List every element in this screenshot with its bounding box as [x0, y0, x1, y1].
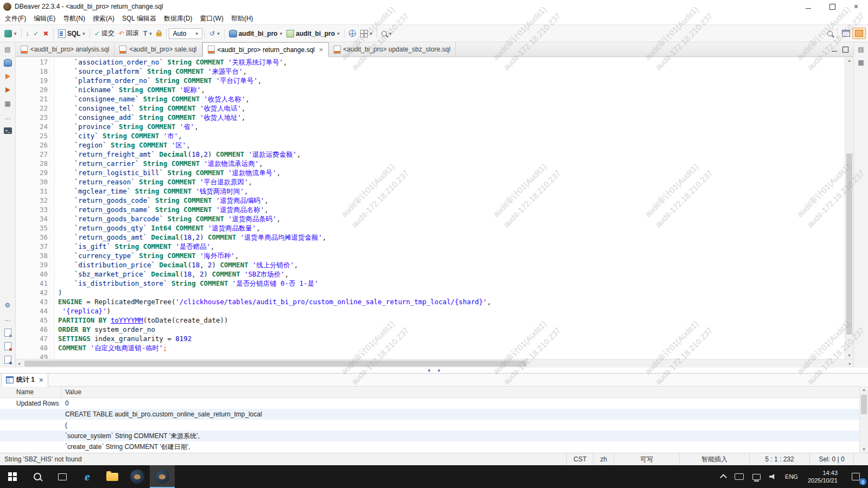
results-vertical-scrollbar[interactable]: ▴ ▾	[859, 386, 868, 453]
commit-changes-button[interactable]: ✓	[31, 29, 41, 38]
taskbar-clock[interactable]: 14:43 2025/10/21	[802, 465, 843, 488]
rollback-button[interactable]: ↶回滚	[117, 27, 141, 40]
lock-button[interactable]	[154, 29, 164, 38]
code-line[interactable]: COMMENT '自定义电商退销-临时';	[58, 343, 845, 352]
dbeaver-taskbar-button[interactable]	[125, 465, 150, 488]
toolbar-overflow-button[interactable]: …	[3, 112, 12, 122]
transaction-log-button[interactable]: T▾	[141, 28, 154, 39]
file-explorer-button[interactable]	[100, 465, 125, 488]
code-line[interactable]: `sbz_market_price` Decimal(18, 2) COMMEN…	[58, 269, 845, 279]
explain-plan-button[interactable]: ▦	[3, 99, 12, 108]
code-line[interactable]: `consignee_add` String COMMENT '收货人地址',	[58, 113, 845, 122]
maximize-view-icon[interactable]	[843, 47, 848, 53]
code-line[interactable]: `return_logistic_bill` String COMMENT '退…	[58, 168, 845, 177]
code-line[interactable]: `province` String COMMENT '省',	[58, 122, 845, 131]
restore-view-button[interactable]: ▤	[3, 44, 12, 54]
code-line[interactable]: `return_goods_qty` Int64 COMMENT '退货商品数量…	[58, 223, 845, 233]
panel-sash[interactable]: ▲ ▲	[0, 368, 868, 373]
server-output-button[interactable]	[3, 355, 12, 364]
output-log-button[interactable]	[3, 328, 12, 337]
touch-keyboard-button[interactable]	[730, 465, 748, 488]
code-line[interactable]: `distribution_price` Decimal(18, 2) COMM…	[58, 260, 845, 269]
code-line[interactable]: `return_reason` String COMMENT '平台退款原因',	[58, 177, 845, 187]
scroll-down-icon[interactable]: ▾	[845, 353, 853, 358]
code-line[interactable]: `return_goods_code` String COMMENT '退货商品…	[58, 196, 845, 205]
editor-horizontal-scrollbar[interactable]: ◂ ▸	[16, 359, 853, 368]
grid-view-button[interactable]: ▾	[358, 28, 375, 39]
result-row[interactable]: `source_system` String COMMENT '来源系统',	[0, 431, 868, 441]
new-connection-button[interactable]: ▾	[2, 28, 19, 39]
taskbar-search-button[interactable]	[25, 465, 50, 488]
code-line[interactable]: `mgclear_time` String COMMENT '钱货两清时间',	[58, 187, 845, 196]
menu-item[interactable]: 数据库(D)	[160, 13, 196, 24]
outline-view-button[interactable]: ▤	[856, 44, 866, 54]
database-selector[interactable]: audit_bi_pro▾	[227, 28, 285, 39]
execute-script-button[interactable]	[3, 85, 12, 95]
menu-item[interactable]: 导航(N)	[59, 13, 89, 24]
sql-editor-button[interactable]: SQL▾	[56, 28, 87, 40]
minimize-button[interactable]	[796, 0, 820, 13]
code-line[interactable]: `return_freight_amt` Decimal(18,2) COMME…	[58, 150, 845, 159]
restore-right-view-button[interactable]: ▦	[856, 57, 866, 67]
result-row[interactable]: Updated Rows0	[0, 398, 868, 409]
database-navigator-button[interactable]	[3, 58, 12, 68]
scrollbar-thumb[interactable]	[24, 361, 527, 367]
code-line[interactable]: `nickname` String COMMENT '昵称',	[58, 85, 845, 94]
dbeaver-active-taskbar-button[interactable]	[150, 465, 175, 488]
code-line[interactable]: `city` String COMMENT '市',	[58, 131, 845, 140]
menu-item[interactable]: SQL 编辑器	[118, 13, 160, 24]
settings-button[interactable]: ⚙	[3, 300, 12, 310]
scrollbar-thumb[interactable]	[861, 395, 867, 414]
scroll-down-icon[interactable]: ▾	[860, 447, 868, 452]
language-indicator[interactable]: ENG	[781, 465, 802, 488]
start-button[interactable]	[0, 465, 25, 488]
scrollbar-thumb[interactable]	[846, 153, 852, 335]
error-log-button[interactable]	[3, 341, 12, 351]
editor-tab[interactable]: <audit_bi_pro> return_change.sql×	[202, 42, 329, 57]
scroll-right-icon[interactable]: ▸	[849, 361, 851, 366]
editor-tab[interactable]: <audit_bi_pro> sale.sql	[114, 42, 202, 56]
maximize-up-icon[interactable]: ▲	[437, 368, 441, 373]
menu-item[interactable]: 窗口(W)	[196, 13, 227, 24]
code-line[interactable]: )	[58, 288, 845, 297]
result-row[interactable]: `create_date` String COMMENT '创建日期',	[0, 441, 868, 452]
task-view-button[interactable]	[50, 465, 75, 488]
code-line[interactable]: `consignee_tel` String COMMENT '收货人电话',	[58, 104, 845, 113]
code-line[interactable]: `is_distribution_store` String COMMENT '…	[58, 279, 845, 288]
code-line[interactable]: `association_order_no` String COMMENT '关…	[58, 57, 845, 67]
editor-tab[interactable]: <audit_bi_pro> analysis.sql	[16, 42, 114, 56]
code-area[interactable]: `association_order_no` String COMMENT '关…	[55, 57, 845, 359]
tray-expand-button[interactable]	[717, 465, 730, 488]
volume-button[interactable]	[765, 465, 781, 488]
commit-mode-select[interactable]: Auto▾	[169, 28, 202, 39]
tab-close-icon[interactable]: ×	[319, 46, 323, 54]
statistics-tab[interactable]: 统计 1 ×	[1, 373, 48, 387]
search-button[interactable]: ▾	[379, 29, 394, 38]
code-line[interactable]: `currency_type` String COMMENT '海外币种',	[58, 251, 845, 260]
fetch-data-button[interactable]: ↓	[24, 29, 31, 38]
menu-item[interactable]: 帮助(H)	[227, 13, 257, 24]
transaction-history-button[interactable]: ↺▾	[207, 29, 222, 38]
network-button[interactable]	[347, 28, 358, 38]
code-line[interactable]	[58, 352, 845, 359]
editor-tab[interactable]: <audit_bi_pro> update_sbz_store.sql	[329, 42, 456, 56]
code-line[interactable]: SETTINGS index_granularity = 8192	[58, 334, 845, 343]
code-line[interactable]: ORDER BY system_order_no	[58, 325, 845, 334]
open-perspective-button[interactable]	[840, 28, 852, 38]
code-line[interactable]: '{replica}')	[58, 306, 845, 316]
code-line[interactable]: PARTITION BY toYYYYMM(toDate(create_date…	[58, 316, 845, 325]
quick-access-search-button[interactable]	[825, 29, 835, 38]
code-line[interactable]: `consignee_name` String COMMENT '收货人名称',	[58, 94, 845, 104]
cancel-execution-button[interactable]: ✖	[41, 29, 51, 38]
scroll-left-icon[interactable]: ◂	[18, 361, 20, 366]
dbeaver-perspective-button[interactable]	[852, 28, 866, 39]
tab-close-icon[interactable]: ×	[39, 376, 43, 384]
close-button[interactable]: ×	[844, 0, 868, 13]
column-header-name[interactable]: Name	[0, 387, 61, 397]
schema-selector[interactable]: audit_bi_pro▾	[284, 28, 342, 39]
commit-button[interactable]: ✓提交	[92, 27, 117, 40]
network-tray-button[interactable]	[748, 465, 765, 488]
code-line[interactable]: `is_gift` String COMMENT '是否赠品',	[58, 242, 845, 251]
code-line[interactable]: `return_goods_amt` Decimal(18,2) COMMENT…	[58, 233, 845, 242]
collapse-up-icon[interactable]: ▲	[427, 368, 431, 373]
